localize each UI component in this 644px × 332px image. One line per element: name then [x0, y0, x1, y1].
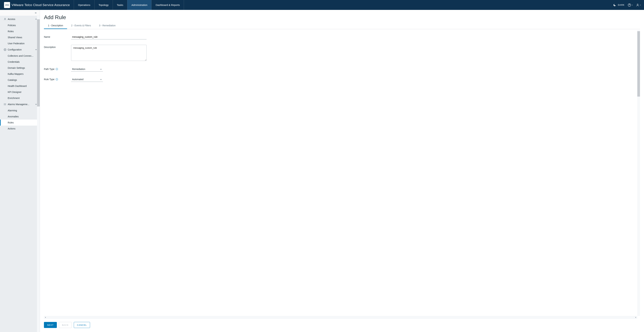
svg-point-10 — [4, 105, 4, 105]
nav-item-label: Collectors and Connec... — [8, 54, 33, 57]
sidebar-section-label: Access — [8, 18, 15, 20]
next-button[interactable]: Next — [44, 322, 57, 328]
sidebar-item-domain-settings[interactable]: Domain Settings — [0, 65, 40, 71]
form-scrollbar-track[interactable] — [637, 30, 640, 316]
theme-label: DARK — [618, 4, 624, 6]
header-bar: vmw VMware Telco Cloud Service Assurance… — [0, 0, 644, 10]
tab-label: 2 - Events & Filters — [71, 24, 91, 27]
svg-point-4 — [5, 49, 5, 50]
nav-item-label: Enrichment — [8, 97, 20, 100]
chevron-down-icon — [632, 4, 633, 6]
scroll-left-icon[interactable] — [44, 316, 46, 318]
top-nav-topology[interactable]: Topology — [94, 0, 113, 10]
button-label: Next — [47, 324, 54, 326]
top-nav-label: Operations — [78, 4, 90, 6]
sidebar-collapse-button[interactable] — [0, 10, 40, 16]
sidebar-item-actions[interactable]: Actions — [0, 126, 40, 132]
nav-item-label: Catalogs — [8, 79, 17, 81]
top-nav-label: Topology — [98, 4, 109, 6]
user-icon — [4, 18, 6, 20]
nav-item-label: Policies — [8, 24, 16, 27]
button-label: Cancel — [77, 324, 87, 326]
form-scrollbar-thumb[interactable] — [637, 31, 640, 96]
description-textarea[interactable] — [71, 45, 146, 61]
sidebar-item-collectors[interactable]: Collectors and Connec... — [0, 53, 40, 59]
info-icon[interactable] — [56, 68, 58, 70]
name-input[interactable] — [71, 34, 146, 40]
form-body: Name Description Path Type — [44, 29, 640, 319]
sidebar-item-health-dashboard[interactable]: Health Dashboard — [0, 83, 40, 89]
back-button: Back — [59, 322, 72, 328]
nav-item-label: User Federation — [8, 42, 24, 45]
scroll-right-icon[interactable] — [634, 316, 637, 318]
sidebar-scrollbar-thumb[interactable] — [37, 19, 40, 106]
sidebar-item-kafka-mappers[interactable]: Kafka Mappers — [0, 71, 40, 77]
app-title: VMware Telco Cloud Service Assurance — [12, 3, 70, 7]
nav-item-label: Shared Views — [8, 36, 22, 39]
user-icon — [636, 3, 639, 7]
sidebar-section-access[interactable]: Access — [0, 16, 40, 22]
nav-item-label: KPI Designer — [8, 91, 22, 94]
svg-point-1 — [629, 6, 630, 6]
info-icon[interactable] — [56, 78, 58, 81]
form-horizontal-scrollbar[interactable] — [44, 316, 637, 319]
nav-item-label: Alarming — [8, 109, 17, 112]
top-nav-dashboard-reports[interactable]: Dashboard & Reports — [152, 0, 184, 10]
sidebar-item-rules[interactable]: Rules — [0, 120, 40, 126]
nav-item-label: Health Dashboard — [8, 85, 27, 87]
form-label-description: Description — [44, 45, 71, 48]
top-nav-operations[interactable]: Operations — [74, 0, 94, 10]
tab-description[interactable]: 1 - Description — [44, 22, 67, 29]
form-row-rule-type: Rule Type Automated — [44, 77, 635, 82]
chevron-down-icon — [35, 49, 37, 51]
sidebar-section-alarms[interactable]: Alarms Manageme... — [0, 101, 40, 108]
nav-item-label: Rules — [8, 121, 14, 124]
brand-logo: vmw — [4, 2, 10, 8]
wizard-footer: Next Back Cancel — [40, 319, 644, 332]
form-label-name: Name — [44, 34, 71, 38]
chevron-down-icon — [640, 4, 641, 6]
sidebar-item-policies[interactable]: Policies — [0, 22, 40, 28]
brand-logo-text: vmw — [5, 4, 9, 6]
sidebar-scrollbar-track[interactable] — [37, 16, 40, 332]
page-title: Add Rule — [44, 14, 644, 20]
tab-remediation[interactable]: 3 - Remediation — [95, 22, 120, 29]
sidebar-scroll[interactable]: Access Policies Roles Shared Views User … — [0, 16, 40, 332]
sidebar-item-roles[interactable]: Roles — [0, 28, 40, 34]
nav-item-label: Credentials — [8, 60, 20, 63]
button-label: Back — [62, 324, 68, 326]
sidebar-item-catalogs[interactable]: Catalogs — [0, 77, 40, 83]
sidebar-item-enrichment[interactable]: Enrichment — [0, 95, 40, 101]
top-nav-label: Administration — [132, 4, 148, 6]
main-content: Add Rule 1 - Description 2 - Events & Fi… — [40, 10, 644, 332]
sidebar-section-configuration[interactable]: Configuration — [0, 46, 40, 53]
rule-type-select[interactable]: Automated — [71, 77, 103, 82]
path-type-select[interactable]: Remediation — [71, 67, 103, 72]
sidebar-item-kpi-designer[interactable]: KPI Designer — [0, 89, 40, 95]
tab-events-filters[interactable]: 2 - Events & Filters — [67, 22, 95, 29]
nav-item-label: Anomalies — [8, 115, 18, 118]
theme-toggle[interactable]: DARK — [613, 4, 624, 6]
top-nav-label: Tasks — [117, 4, 123, 6]
nav-item-label: Kafka Mappers — [8, 72, 24, 75]
sidebar-section-label: Configuration — [8, 48, 22, 51]
top-nav-administration[interactable]: Administration — [127, 0, 152, 10]
top-nav-tasks[interactable]: Tasks — [113, 0, 127, 10]
chevron-down-icon — [35, 103, 37, 105]
cancel-button[interactable]: Cancel — [74, 322, 90, 328]
top-nav-label: Dashboard & Reports — [156, 4, 180, 6]
sidebar-item-shared-views[interactable]: Shared Views — [0, 34, 40, 40]
tab-label: 1 - Description — [48, 24, 63, 27]
form-label-path-type: Path Type — [44, 68, 54, 70]
sidebar-item-user-federation[interactable]: User Federation — [0, 40, 40, 46]
user-menu[interactable] — [636, 3, 641, 7]
path-type-value: Remediation — [71, 67, 103, 72]
svg-point-3 — [4, 18, 5, 19]
sidebar-item-alarming[interactable]: Alarming — [0, 108, 40, 114]
nav-item-label: Domain Settings — [8, 66, 25, 69]
svg-point-2 — [637, 4, 638, 5]
sidebar-item-credentials[interactable]: Credentials — [0, 59, 40, 65]
sidebar-item-anomalies[interactable]: Anomalies — [0, 114, 40, 120]
help-menu[interactable] — [628, 3, 633, 7]
chevron-down-icon — [35, 18, 37, 20]
